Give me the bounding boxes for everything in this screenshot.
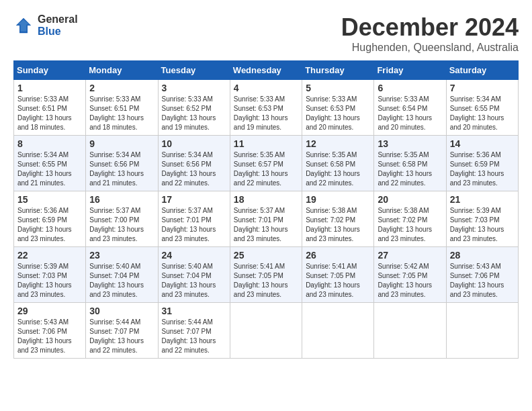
day-info: Sunrise: 5:33 AMSunset: 6:54 PMDaylight:…: [378, 95, 432, 131]
table-row: [230, 303, 302, 359]
day-number: 20: [378, 194, 442, 205]
table-row: 6 Sunrise: 5:33 AMSunset: 6:54 PMDayligh…: [374, 80, 446, 136]
calendar-header-row: Sunday Monday Tuesday Wednesday Thursday…: [14, 61, 519, 80]
day-info: Sunrise: 5:44 AMSunset: 7:07 PMDaylight:…: [89, 318, 144, 354]
col-thursday: Thursday: [302, 61, 374, 80]
table-row: 4 Sunrise: 5:33 AMSunset: 6:53 PMDayligh…: [230, 80, 302, 136]
calendar-week-row: 22 Sunrise: 5:39 AMSunset: 7:03 PMDaylig…: [14, 247, 519, 303]
table-row: 19 Sunrise: 5:38 AMSunset: 7:02 PMDaylig…: [302, 191, 374, 247]
table-row: 10 Sunrise: 5:34 AMSunset: 6:56 PMDaylig…: [158, 136, 230, 191]
location-title: Hughenden, Queensland, Australia: [341, 42, 519, 54]
day-info: Sunrise: 5:41 AMSunset: 7:05 PMDaylight:…: [234, 263, 288, 298]
day-info: Sunrise: 5:38 AMSunset: 7:02 PMDaylight:…: [306, 207, 360, 242]
col-monday: Monday: [86, 61, 158, 80]
day-info: Sunrise: 5:34 AMSunset: 6:56 PMDaylight:…: [162, 151, 216, 187]
col-wednesday: Wednesday: [230, 61, 302, 80]
day-number: 28: [450, 250, 515, 261]
day-number: 18: [234, 194, 298, 205]
logo-icon: [13, 15, 34, 36]
day-info: Sunrise: 5:40 AMSunset: 7:04 PMDaylight:…: [162, 263, 216, 298]
day-number: 31: [162, 306, 226, 316]
day-info: Sunrise: 5:38 AMSunset: 7:02 PMDaylight:…: [378, 207, 432, 242]
day-info: Sunrise: 5:39 AMSunset: 7:03 PMDaylight:…: [450, 207, 504, 242]
table-row: 28 Sunrise: 5:43 AMSunset: 7:06 PMDaylig…: [446, 247, 518, 303]
table-row: [302, 303, 374, 359]
day-number: 30: [89, 306, 154, 316]
table-row: 29 Sunrise: 5:43 AMSunset: 7:06 PMDaylig…: [14, 303, 86, 359]
day-info: Sunrise: 5:41 AMSunset: 7:05 PMDaylight:…: [306, 263, 360, 298]
table-row: 12 Sunrise: 5:35 AMSunset: 6:58 PMDaylig…: [302, 136, 374, 191]
day-number: 7: [450, 83, 515, 93]
table-row: 5 Sunrise: 5:33 AMSunset: 6:53 PMDayligh…: [302, 80, 374, 136]
day-number: 10: [162, 138, 226, 149]
day-number: 14: [450, 138, 515, 149]
day-number: 24: [162, 250, 226, 261]
day-number: 3: [162, 83, 226, 93]
logo: General Blue: [13, 13, 78, 37]
table-row: 27 Sunrise: 5:42 AMSunset: 7:05 PMDaylig…: [374, 247, 446, 303]
calendar-week-row: 29 Sunrise: 5:43 AMSunset: 7:06 PMDaylig…: [14, 303, 519, 359]
calendar-week-row: 15 Sunrise: 5:36 AMSunset: 6:59 PMDaylig…: [14, 191, 519, 247]
day-info: Sunrise: 5:43 AMSunset: 7:06 PMDaylight:…: [17, 318, 72, 354]
day-info: Sunrise: 5:43 AMSunset: 7:06 PMDaylight:…: [450, 263, 504, 298]
table-row: [374, 303, 446, 359]
col-sunday: Sunday: [14, 61, 86, 80]
day-number: 19: [306, 194, 370, 205]
table-row: 8 Sunrise: 5:34 AMSunset: 6:55 PMDayligh…: [14, 136, 86, 191]
table-row: 25 Sunrise: 5:41 AMSunset: 7:05 PMDaylig…: [230, 247, 302, 303]
table-row: 30 Sunrise: 5:44 AMSunset: 7:07 PMDaylig…: [86, 303, 158, 359]
month-title: December 2024: [341, 13, 519, 42]
day-number: 11: [234, 138, 298, 149]
col-saturday: Saturday: [446, 61, 518, 80]
table-row: 17 Sunrise: 5:37 AMSunset: 7:01 PMDaylig…: [158, 191, 230, 247]
day-number: 4: [234, 83, 298, 93]
table-row: 3 Sunrise: 5:33 AMSunset: 6:52 PMDayligh…: [158, 80, 230, 136]
day-number: 22: [17, 250, 82, 261]
table-row: 31 Sunrise: 5:44 AMSunset: 7:07 PMDaylig…: [158, 303, 230, 359]
table-row: 15 Sunrise: 5:36 AMSunset: 6:59 PMDaylig…: [14, 191, 86, 247]
day-info: Sunrise: 5:33 AMSunset: 6:53 PMDaylight:…: [234, 95, 288, 131]
table-row: 24 Sunrise: 5:40 AMSunset: 7:04 PMDaylig…: [158, 247, 230, 303]
day-number: 6: [378, 83, 442, 93]
day-number: 17: [162, 194, 226, 205]
table-row: 14 Sunrise: 5:36 AMSunset: 6:59 PMDaylig…: [446, 136, 518, 191]
day-number: 23: [89, 250, 154, 261]
table-row: 1 Sunrise: 5:33 AMSunset: 6:51 PMDayligh…: [14, 80, 86, 136]
day-info: Sunrise: 5:34 AMSunset: 6:55 PMDaylight:…: [17, 151, 72, 187]
table-row: 18 Sunrise: 5:37 AMSunset: 7:01 PMDaylig…: [230, 191, 302, 247]
table-row: 11 Sunrise: 5:35 AMSunset: 6:57 PMDaylig…: [230, 136, 302, 191]
day-number: 12: [306, 138, 370, 149]
calendar-table: Sunday Monday Tuesday Wednesday Thursday…: [13, 60, 519, 359]
day-number: 25: [234, 250, 298, 261]
day-number: 1: [17, 83, 82, 93]
table-row: 26 Sunrise: 5:41 AMSunset: 7:05 PMDaylig…: [302, 247, 374, 303]
day-number: 16: [89, 194, 154, 205]
table-row: 22 Sunrise: 5:39 AMSunset: 7:03 PMDaylig…: [14, 247, 86, 303]
day-info: Sunrise: 5:33 AMSunset: 6:52 PMDaylight:…: [162, 95, 216, 131]
day-info: Sunrise: 5:37 AMSunset: 7:01 PMDaylight:…: [162, 207, 216, 242]
logo-general-text: General: [38, 13, 78, 26]
day-number: 5: [306, 83, 370, 93]
day-number: 26: [306, 250, 370, 261]
title-section: December 2024 Hughenden, Queensland, Aus…: [341, 13, 519, 54]
day-info: Sunrise: 5:36 AMSunset: 6:59 PMDaylight:…: [17, 207, 72, 242]
day-info: Sunrise: 5:37 AMSunset: 7:01 PMDaylight:…: [234, 207, 288, 242]
day-number: 21: [450, 194, 515, 205]
day-number: 13: [378, 138, 442, 149]
day-info: Sunrise: 5:33 AMSunset: 6:51 PMDaylight:…: [89, 95, 144, 131]
day-info: Sunrise: 5:44 AMSunset: 7:07 PMDaylight:…: [162, 318, 216, 354]
day-number: 9: [89, 138, 154, 149]
calendar-week-row: 1 Sunrise: 5:33 AMSunset: 6:51 PMDayligh…: [14, 80, 519, 136]
calendar-week-row: 8 Sunrise: 5:34 AMSunset: 6:55 PMDayligh…: [14, 136, 519, 191]
logo-text: General Blue: [38, 13, 78, 37]
day-info: Sunrise: 5:37 AMSunset: 7:00 PMDaylight:…: [89, 207, 144, 242]
day-info: Sunrise: 5:35 AMSunset: 6:57 PMDaylight:…: [234, 151, 288, 187]
day-number: 29: [17, 306, 82, 316]
table-row: 23 Sunrise: 5:40 AMSunset: 7:04 PMDaylig…: [86, 247, 158, 303]
page-header: General Blue December 2024 Hughenden, Qu…: [13, 13, 519, 54]
table-row: 20 Sunrise: 5:38 AMSunset: 7:02 PMDaylig…: [374, 191, 446, 247]
day-info: Sunrise: 5:35 AMSunset: 6:58 PMDaylight:…: [378, 151, 432, 187]
table-row: 21 Sunrise: 5:39 AMSunset: 7:03 PMDaylig…: [446, 191, 518, 247]
table-row: 7 Sunrise: 5:34 AMSunset: 6:55 PMDayligh…: [446, 80, 518, 136]
day-info: Sunrise: 5:33 AMSunset: 6:53 PMDaylight:…: [306, 95, 360, 131]
